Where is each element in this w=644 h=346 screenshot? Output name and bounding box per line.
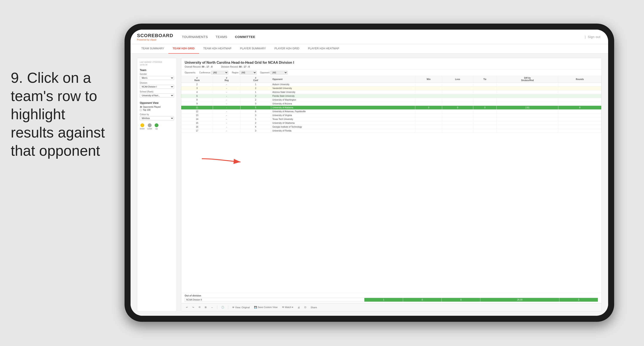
- share-button[interactable]: Share: [309, 306, 318, 309]
- cell-rounds: [558, 113, 602, 117]
- cell-reg: -: [213, 83, 240, 86]
- legend-dots: Down Level Up: [140, 123, 174, 130]
- opponents-played-radio[interactable]: Opponents Played: [140, 106, 174, 108]
- school-select[interactable]: University of Nort...: [140, 93, 174, 98]
- colour-by-section: Colour by Win/loss Down Level: [140, 113, 174, 130]
- opponents-filter-label: Opponents:: [185, 71, 196, 74]
- top-100-radio[interactable]: Top 100: [140, 109, 174, 111]
- cell-tie: [473, 121, 497, 125]
- table-row[interactable]: 13-3University of Virginia: [181, 113, 602, 117]
- cell-opponent: University of Virginia: [271, 113, 415, 117]
- cell-tie: [473, 117, 497, 121]
- subnav-team-h2h-grid[interactable]: TEAM H2H GRID: [168, 44, 199, 54]
- opponent-filter: Opponent (All): [260, 71, 288, 74]
- grid-view-button[interactable]: ⊞: [203, 306, 208, 309]
- cell-rank: 2: [181, 83, 213, 86]
- subnav-player-summary[interactable]: PLAYER SUMMARY: [236, 44, 270, 54]
- cell-win: 3: [415, 106, 442, 110]
- cell-reg: -: [213, 98, 240, 102]
- cell-rounds: [558, 98, 602, 102]
- legend-level-label: Level: [147, 128, 152, 130]
- nav-tournaments[interactable]: TOURNAMENTS: [182, 35, 208, 39]
- division-select[interactable]: NCAA Division I: [140, 85, 174, 89]
- cell-win: [415, 121, 442, 125]
- cell-opponent: University of Arizona: [271, 102, 415, 106]
- table-row[interactable]: 11-5University of Alabama3002.618: [181, 106, 602, 110]
- nav-committee[interactable]: COMMITTEE: [235, 35, 255, 39]
- table-row[interactable]: 3-2Vanderbilt University: [181, 86, 602, 90]
- cell-reg: -: [213, 129, 240, 133]
- grid-header: University of North Carolina Head-to-Hea…: [181, 58, 602, 69]
- cell-diff: [497, 102, 558, 106]
- out-of-division: Out of division NCAA Division II 1 0 0 2…: [181, 293, 602, 303]
- col-reg: #Reg: [213, 76, 240, 83]
- export-button[interactable]: ⊡: [303, 306, 308, 309]
- logo-powered: Powered by clippd: [137, 38, 173, 41]
- separator-1: [217, 306, 217, 309]
- table-row[interactable]: 4-1Arizona State University: [181, 90, 602, 94]
- resize-button[interactable]: ↔: [210, 306, 214, 309]
- redo-button[interactable]: ↪: [191, 306, 196, 309]
- print-button[interactable]: 🖨: [296, 306, 301, 309]
- refresh-button[interactable]: ⟲: [197, 306, 202, 309]
- cell-diff: [497, 90, 558, 94]
- cell-diff: [497, 98, 558, 102]
- tablet-device: SCOREBOARD Powered by clippd TOURNAMENTS…: [124, 23, 614, 322]
- table-row[interactable]: 2-1Auburn University: [181, 83, 602, 86]
- cell-rank: 17: [181, 129, 213, 133]
- cell-reg: -: [213, 125, 240, 129]
- cell-rank: 8: [181, 98, 213, 102]
- cell-diff: [497, 129, 558, 133]
- region-select[interactable]: (All): [240, 71, 256, 74]
- watch-button[interactable]: 👁 Watch ▾: [281, 306, 295, 309]
- view-original-button[interactable]: 👁 View: Original: [231, 306, 251, 309]
- cell-reg: -: [213, 106, 240, 110]
- table-row[interactable]: 6-2Florida State University: [181, 94, 602, 98]
- cell-rounds: [558, 129, 602, 133]
- time-button[interactable]: 🕐: [220, 306, 226, 309]
- table-row[interactable]: 16-4Georgia Institute of Technology: [181, 125, 602, 129]
- powered-by-text: Powered by: [137, 38, 150, 41]
- cell-conf: 5: [240, 106, 271, 110]
- cell-tie: [473, 125, 497, 129]
- colour-by-select[interactable]: Win/loss: [140, 116, 174, 120]
- ood-label: NCAA Division II: [185, 298, 364, 302]
- subnav-team-summary[interactable]: TEAM SUMMARY: [137, 44, 168, 54]
- cell-diff: [497, 94, 558, 98]
- subnav-team-h2h-heatmap[interactable]: TEAM H2H HEATMAP: [199, 44, 236, 54]
- gender-select[interactable]: Men's: [140, 76, 174, 80]
- cell-win: [415, 83, 442, 86]
- cell-win: [415, 94, 442, 98]
- table-row[interactable]: 17-3University of Florida: [181, 129, 602, 133]
- subnav-player-h2h-heatmap[interactable]: PLAYER H2H HEATMAP: [304, 44, 343, 54]
- conference-select[interactable]: (All): [211, 71, 228, 74]
- ood-row[interactable]: NCAA Division II 1 0 0 26.00 3: [185, 298, 598, 302]
- cell-tie: [473, 113, 497, 117]
- ood-tie: 0: [442, 298, 480, 302]
- subnav-player-h2h-grid[interactable]: PLAYER H2H GRID: [270, 44, 304, 54]
- sign-out-link[interactable]: Sign out: [588, 35, 600, 39]
- table-row[interactable]: 8-2University of Washington: [181, 98, 602, 102]
- table-row[interactable]: 14-1Texas Tech University: [181, 117, 602, 121]
- undo-button[interactable]: ↩: [185, 306, 189, 309]
- cell-loss: [442, 113, 473, 117]
- nav-teams[interactable]: TEAMS: [216, 35, 227, 39]
- table-row[interactable]: 15-2University of Oklahoma: [181, 121, 602, 125]
- col-loss: Loss: [442, 76, 473, 83]
- cell-rank: 6: [181, 94, 213, 98]
- save-custom-button[interactable]: 💾 Save Custom View: [253, 306, 279, 309]
- last-updated-time: 16:55:38: [140, 63, 174, 66]
- cell-rank: 9: [181, 102, 213, 106]
- cell-reg: -: [213, 113, 240, 117]
- last-updated: Last Updated: 27/03/2024 16:55:38: [140, 61, 174, 66]
- opponent-select[interactable]: (All): [270, 71, 288, 74]
- scene: 9. Click on a team's row to highlight re…: [0, 0, 644, 346]
- legend-down: Down: [140, 123, 145, 130]
- cell-opponent: University of Washington: [271, 98, 415, 102]
- cell-loss: [442, 83, 473, 86]
- cell-opponent: Texas Tech University: [271, 117, 415, 121]
- cell-diff: [497, 117, 558, 121]
- col-tie: Tie: [473, 76, 497, 83]
- table-row[interactable]: 12-6University of Arkansas, Fayetteville: [181, 110, 602, 113]
- table-row[interactable]: 9-3University of Arizona: [181, 102, 602, 106]
